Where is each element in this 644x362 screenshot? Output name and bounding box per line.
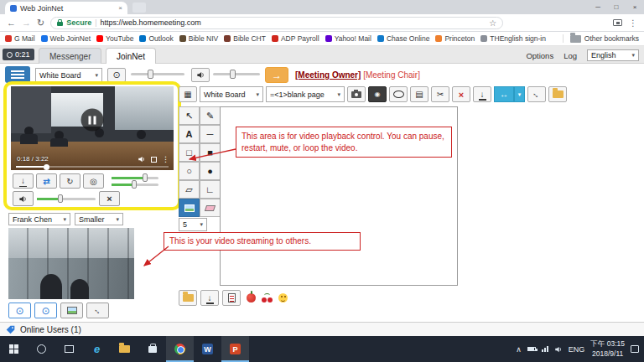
slider-handle[interactable]: [58, 194, 63, 203]
image-tool[interactable]: [179, 199, 200, 217]
action-center-icon[interactable]: [631, 345, 639, 353]
apple-emoticon-button[interactable]: [247, 293, 256, 303]
video-size-select[interactable]: Smaller ▾: [75, 213, 123, 225]
page-nav-button[interactable]: ↔: [494, 86, 514, 102]
ellipse-page-button[interactable]: [389, 86, 408, 102]
polyline-tool[interactable]: ∟: [200, 180, 221, 199]
image-button[interactable]: [60, 303, 83, 318]
rectangle-tool[interactable]: □: [179, 143, 200, 162]
other-bookmarks[interactable]: Other bookmarks: [559, 34, 639, 43]
bookmark-item[interactable]: Chase Online: [377, 34, 430, 43]
tab-messenger[interactable]: Messenger: [39, 48, 101, 64]
import-button[interactable]: ↓: [200, 290, 219, 306]
open-file-button[interactable]: [548, 86, 567, 102]
level-slider[interactable]: [112, 184, 158, 186]
url-field[interactable]: Secure | https://web.homemeeting.com ☆: [50, 17, 503, 29]
cherries-emoticon-button[interactable]: [262, 293, 273, 303]
taskbar-store[interactable]: [138, 336, 166, 362]
save-video-button[interactable]: ↓: [13, 173, 34, 189]
start-button[interactable]: [0, 336, 28, 362]
delete-page-button[interactable]: ×: [452, 86, 470, 102]
fullscreen-icon[interactable]: [151, 157, 157, 163]
hidden-icons-chevron[interactable]: ∧: [516, 345, 522, 354]
taskbar-word[interactable]: W: [194, 336, 221, 362]
browser-tab[interactable]: Web JoinNet ×: [5, 2, 127, 14]
text-tool[interactable]: A: [179, 125, 200, 143]
window-maximize-button[interactable]: □: [607, 0, 626, 14]
bookmark-item[interactable]: Web JoinNet: [41, 34, 91, 43]
board-mode-select[interactable]: White Board ▾: [35, 68, 102, 82]
filled-ellipse-tool[interactable]: ●: [200, 162, 221, 180]
expand-button[interactable]: ↔: [86, 303, 109, 318]
fullscreen-board-button[interactable]: ↔: [527, 86, 546, 102]
slider-handle[interactable]: [132, 180, 137, 189]
volume-icon[interactable]: [554, 345, 563, 354]
smiley-emoticon-button[interactable]: [278, 293, 288, 303]
cortana-search-button[interactable]: [28, 336, 55, 362]
back-icon[interactable]: ←: [7, 18, 16, 28]
bookmark-item[interactable]: THEnglish sign-in: [480, 34, 546, 43]
new-tab-button[interactable]: [132, 3, 146, 13]
tab-joinnet[interactable]: JoinNet: [106, 48, 156, 64]
playback-slider[interactable]: [131, 73, 184, 75]
pointer-tool[interactable]: ↖: [179, 106, 200, 125]
camera-button[interactable]: [347, 86, 366, 102]
save-page-button[interactable]: ↓: [473, 86, 491, 102]
line-tool[interactable]: ─: [200, 125, 221, 143]
speaker-button[interactable]: [191, 68, 210, 82]
pause-button[interactable]: [81, 109, 104, 132]
network-icon[interactable]: [542, 346, 548, 352]
taskbar-clock[interactable]: 下午 03:15 2018/9/11: [590, 339, 625, 358]
whiteboard-select[interactable]: White Board ▾: [200, 86, 263, 102]
window-close-button[interactable]: ×: [626, 0, 644, 14]
battery-icon[interactable]: [527, 347, 536, 351]
taskbar-chrome[interactable]: [166, 336, 194, 362]
menu-button[interactable]: [5, 66, 30, 83]
mute-icon[interactable]: [138, 155, 146, 163]
more-options-icon[interactable]: ⋮: [162, 155, 169, 163]
bookmark-item[interactable]: Princeton: [435, 34, 475, 43]
task-view-button[interactable]: [55, 336, 83, 362]
bookmark-item[interactable]: YouTube: [96, 34, 133, 43]
snapshot-button[interactable]: ◉: [368, 86, 387, 102]
pen-tool[interactable]: ✎: [200, 106, 221, 125]
shuffle-button[interactable]: ⇄: [36, 173, 57, 189]
online-users-header[interactable]: Online Users (1): [0, 322, 644, 336]
video-progress-bar[interactable]: [16, 166, 169, 168]
leave-meeting-button[interactable]: →: [265, 67, 288, 83]
bookmark-item[interactable]: G Mail: [5, 34, 35, 43]
pen-size-select[interactable]: 5 ▾: [179, 218, 207, 231]
bookmark-item[interactable]: Yahoo! Mail: [325, 34, 371, 43]
taskbar-file-explorer[interactable]: [111, 336, 138, 362]
forward-icon[interactable]: →: [22, 18, 31, 28]
level-slider[interactable]: [112, 177, 158, 179]
tab-close-icon[interactable]: ×: [118, 4, 122, 12]
record-button[interactable]: ◎: [83, 173, 104, 189]
taskbar-powerpoint[interactable]: P: [221, 336, 249, 362]
video-control-button-1[interactable]: ⊙: [8, 303, 31, 318]
bookmark-item[interactable]: ADP Payroll: [272, 34, 319, 43]
open-document-button[interactable]: [179, 290, 197, 306]
video-player[interactable]: 0:18 / 3:22 ⋮: [11, 86, 174, 170]
bookmark-item[interactable]: Outlook: [139, 34, 173, 43]
slider-handle[interactable]: [143, 173, 148, 182]
volume-level-slider[interactable]: [37, 198, 96, 200]
eraser-tool[interactable]: [200, 199, 221, 217]
log-button[interactable]: Log: [564, 51, 577, 60]
notes-button[interactable]: [222, 290, 241, 306]
target-button[interactable]: ⊙: [107, 68, 126, 82]
options-button[interactable]: Options: [526, 51, 553, 60]
restart-button[interactable]: ↻: [60, 173, 80, 189]
table-button[interactable]: ▤: [410, 86, 428, 102]
volume-slider[interactable]: [213, 73, 260, 75]
slider-handle[interactable]: [230, 70, 236, 79]
page-nav-dropdown[interactable]: ▾: [514, 86, 525, 102]
progress-handle[interactable]: [44, 164, 49, 170]
video-control-button-2[interactable]: ⊙: [34, 303, 57, 318]
slider-handle[interactable]: [148, 70, 153, 79]
bookmark-star-icon[interactable]: ☆: [489, 18, 496, 28]
ellipse-tool[interactable]: ○: [179, 162, 200, 180]
language-select[interactable]: English ▾: [587, 49, 639, 61]
media-download-icon[interactable]: [613, 19, 622, 26]
filled-rectangle-tool[interactable]: ■: [200, 143, 221, 162]
